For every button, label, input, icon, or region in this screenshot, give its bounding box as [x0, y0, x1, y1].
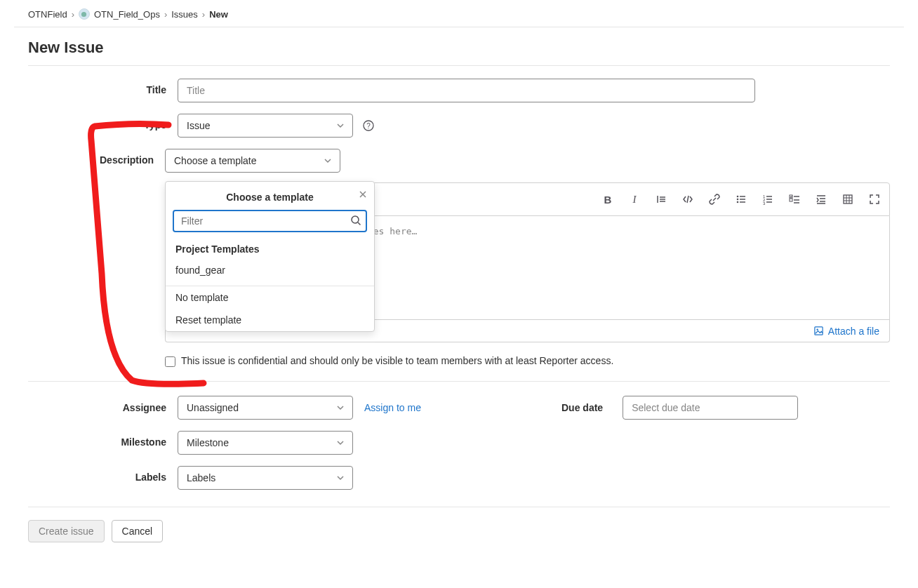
labels-select[interactable]: Labels: [178, 466, 353, 490]
bullet-list-icon[interactable]: [735, 193, 747, 206]
chevron-down-icon: [337, 439, 344, 446]
breadcrumb-root[interactable]: OTNField: [28, 9, 67, 20]
svg-point-3: [352, 216, 359, 223]
svg-point-14: [816, 328, 818, 330]
reset-template-option[interactable]: Reset template: [166, 309, 374, 331]
attach-file-button[interactable]: Attach a file: [813, 326, 879, 337]
help-icon[interactable]: ?: [363, 120, 374, 131]
chevron-down-icon: [337, 122, 344, 129]
title-input[interactable]: [178, 79, 755, 102]
page-title: New Issue: [28, 27, 890, 65]
confidential-checkbox[interactable]: [165, 356, 175, 367]
template-option[interactable]: found_gear: [166, 259, 374, 281]
template-dropdown-title: Choose a template: [226, 192, 313, 203]
indent-icon[interactable]: [815, 193, 827, 206]
chevron-down-icon: [337, 474, 344, 481]
assignee-label: Assignee: [28, 402, 178, 413]
due-date-label: Due date: [561, 402, 623, 413]
milestone-select[interactable]: Milestone: [178, 431, 353, 455]
type-select[interactable]: Issue: [178, 114, 353, 138]
close-icon[interactable]: [359, 190, 367, 199]
link-icon[interactable]: [708, 193, 721, 206]
search-icon: [350, 215, 361, 226]
description-label: Description: [28, 149, 165, 166]
milestone-label: Milestone: [28, 431, 178, 448]
assignee-select-value: Unassigned: [187, 402, 239, 413]
chevron-down-icon: [324, 157, 331, 164]
breadcrumb: OTNField › OTN_Field_Ops › Issues › New: [14, 0, 904, 27]
title-label: Title: [28, 79, 178, 95]
task-list-icon[interactable]: [788, 193, 801, 206]
numbered-list-icon[interactable]: 123: [761, 193, 774, 206]
svg-rect-11: [790, 199, 792, 201]
svg-rect-13: [815, 327, 823, 335]
template-dropdown: Choose a template Project Te: [165, 181, 375, 332]
due-date-input[interactable]: [623, 396, 798, 420]
chevron-right-icon: ›: [72, 9, 74, 20]
image-icon: [813, 326, 824, 336]
template-select-value: Choose a template: [174, 155, 257, 166]
svg-point-6: [737, 201, 739, 203]
chevron-down-icon: [337, 404, 344, 411]
svg-point-5: [737, 199, 739, 201]
chevron-right-icon: ›: [164, 9, 167, 20]
breadcrumb-issues[interactable]: Issues: [171, 9, 198, 20]
svg-text:3: 3: [763, 201, 766, 205]
template-section-header: Project Templates: [166, 239, 374, 259]
type-label: Type: [28, 114, 178, 131]
bold-icon[interactable]: B: [601, 193, 614, 206]
svg-text:?: ?: [366, 122, 371, 130]
fullscreen-icon[interactable]: [868, 193, 881, 206]
no-template-option[interactable]: No template: [166, 286, 374, 309]
breadcrumb-project[interactable]: OTN_Field_Ops: [94, 9, 160, 20]
italic-icon[interactable]: I: [628, 193, 641, 206]
assign-to-me-link[interactable]: Assign to me: [364, 402, 421, 413]
quote-icon[interactable]: [655, 193, 667, 206]
type-select-value: Issue: [187, 120, 210, 131]
svg-rect-12: [844, 195, 852, 203]
create-issue-button[interactable]: Create issue: [28, 520, 105, 542]
attach-file-label: Attach a file: [828, 326, 879, 337]
breadcrumb-current: New: [209, 9, 228, 20]
cancel-button[interactable]: Cancel: [112, 520, 164, 542]
chevron-right-icon: ›: [202, 9, 205, 20]
code-icon[interactable]: [681, 193, 694, 206]
svg-point-4: [737, 196, 739, 198]
milestone-select-value: Milestone: [187, 437, 229, 448]
labels-select-value: Labels: [187, 472, 215, 483]
template-select[interactable]: Choose a template: [165, 149, 340, 173]
project-avatar-icon: [79, 8, 90, 20]
table-icon[interactable]: [842, 193, 854, 206]
labels-field-label: Labels: [28, 466, 178, 483]
confidential-label: This issue is confidential and should on…: [181, 355, 613, 366]
svg-point-0: [81, 11, 86, 16]
template-filter-input[interactable]: [173, 210, 367, 232]
assignee-select[interactable]: Unassigned: [178, 396, 353, 420]
